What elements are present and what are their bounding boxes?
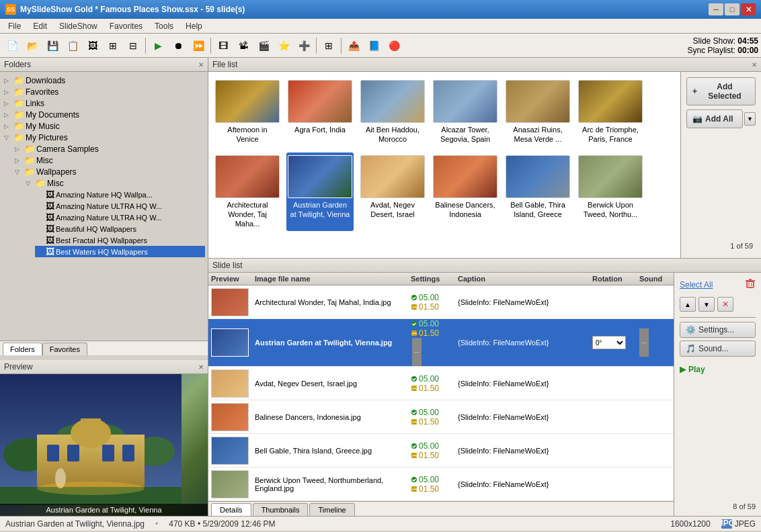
settings-more-button[interactable]: ···	[412, 338, 422, 366]
folders-tree[interactable]: ▷ 📁 Downloads ▷ 📁 Favorites ▷ 📁 Links ▷ …	[0, 72, 208, 341]
tree-item-mymusic[interactable]: ▷ 📁 My Music	[3, 120, 205, 132]
slide-list-page-indicator: 8 of 59	[680, 502, 756, 511]
file-item-agra[interactable]: Agra Fort, India	[286, 77, 354, 147]
add-all-dropdown[interactable]: ▼	[744, 112, 756, 126]
tab-timeline[interactable]: Timeline	[309, 503, 354, 516]
sound-more-button[interactable]: ···	[639, 328, 649, 357]
row-caption: {SlideInfo: FileNameWoExt}	[455, 339, 590, 347]
toolbar-btn5[interactable]: 🖼	[83, 36, 102, 55]
slide-row-avdat[interactable]: Avdat, Negev Desert, Israel.jpg 05.00	[208, 367, 674, 400]
tab-details[interactable]: Details	[211, 503, 251, 516]
slide-row-bell[interactable]: Bell Gable, Thira Island, Greece.jpg 05.…	[208, 434, 674, 468]
save-button[interactable]: 💾	[43, 36, 62, 55]
tree-item-amazingnature3[interactable]: 🖼 Amazing Nature ULTRA HQ W...	[35, 212, 205, 223]
move-down-button[interactable]: ▼	[698, 297, 715, 312]
toolbar-btn18[interactable]: 📘	[364, 36, 383, 55]
row-preview	[208, 327, 252, 358]
slide-row-austrian[interactable]: Austrian Garden at Twilight, Vienna.jpg …	[208, 319, 674, 367]
tab-thumbnails[interactable]: Thumbnails	[253, 503, 309, 516]
toolbar-btn12[interactable]: 📽	[234, 36, 253, 55]
menu-edit[interactable]: Edit	[28, 20, 52, 32]
toolbar-btn17[interactable]: 📤	[344, 36, 363, 55]
file-thumbnail	[288, 80, 352, 123]
play-slideshow-button[interactable]: ▶ Play	[680, 365, 756, 374]
row-settings: 05.00 01.50	[408, 293, 455, 312]
add-buttons-sidebar: + Add Selected 📷 Add All ▼ 1 of 59	[680, 72, 761, 258]
tree-item-favorites[interactable]: ▷ 📁 Favorites	[3, 86, 205, 97]
delete-icon[interactable]	[745, 278, 756, 292]
add-all-button[interactable]: 📷 Add All	[686, 109, 743, 128]
toolbar-btn4[interactable]: 📋	[63, 36, 82, 55]
toolbar-btn15[interactable]: ➕	[294, 36, 313, 55]
slide-row-balinese[interactable]: Balinese Dancers, Indonesia.jpg 05.00	[208, 400, 674, 434]
toolbar-btn16[interactable]: ⊞	[319, 36, 338, 55]
slide-row-architectural[interactable]: Architectural Wonder, Taj Mahal, India.j…	[208, 285, 674, 319]
tree-item-mydocuments[interactable]: ▷ 📁 My Documents	[3, 109, 205, 120]
file-item-berwick[interactable]: Berwick Upon Tweed, Northu...	[577, 152, 644, 232]
tree-item-beautiful[interactable]: 🖼 Beautiful HQ Wallpapers	[35, 223, 205, 234]
minimize-button[interactable]: ─	[709, 3, 723, 15]
tree-item-bestwaters[interactable]: 🖼 Best Waters HQ Wallpapers	[35, 246, 205, 257]
file-thumbnail	[215, 80, 280, 123]
file-item-aitben[interactable]: Ait Ben Haddou, Morocco	[359, 77, 426, 147]
play-button[interactable]: ▶	[149, 36, 167, 55]
tree-item-misc[interactable]: ▷ 📁 Misc	[13, 154, 205, 166]
tree-item-amazingnature2[interactable]: 🖼 Amazing Nature ULTRA HQ W...	[35, 200, 205, 212]
file-item-balinese[interactable]: Balinese Dancers, Indonesia	[432, 152, 499, 232]
toolbar-btn14[interactable]: ⭐	[274, 36, 293, 55]
open-button[interactable]: 📂	[23, 36, 42, 55]
file-item-bell[interactable]: Bell Gable, Thira Island, Greece	[504, 152, 571, 232]
rotation-select[interactable]: 0° 90° 180° 270°	[592, 336, 626, 349]
toolbar-btn6[interactable]: ⊞	[104, 36, 122, 55]
toolbar-btn19[interactable]: 🔴	[385, 36, 403, 55]
toolbar-btn7[interactable]: ⊟	[124, 36, 143, 55]
maximize-button[interactable]: □	[725, 3, 739, 15]
slide-row-berwick[interactable]: Berwick Upon Tweed, Northumberland, Engl…	[208, 468, 674, 501]
new-button[interactable]: 📄	[3, 36, 22, 55]
file-item-austrian[interactable]: Austrian Garden at Twilight, Vienna	[286, 152, 354, 232]
menu-help[interactable]: Help	[180, 20, 208, 32]
row-settings: 05.00 01.50 ···	[408, 319, 455, 366]
file-item-anasazi[interactable]: Anasazi Ruins, Mesa Verde ...	[504, 77, 571, 147]
sound-button[interactable]: 🎵 Sound...	[680, 341, 756, 357]
menu-file[interactable]: File	[3, 20, 26, 32]
toolbar-btn10[interactable]: ⏩	[189, 36, 208, 55]
tree-item-wallpapers[interactable]: ▽ 📁 Wallpapers	[13, 166, 205, 177]
folders-header: Folders ✕	[0, 58, 208, 72]
settings-button[interactable]: ⚙️ Settings...	[680, 322, 756, 338]
file-list-close-button[interactable]: ✕	[752, 61, 757, 69]
tree-item-bestfractal[interactable]: 🖼 Best Fractal HQ Wallpapers	[35, 234, 205, 246]
file-item-arc[interactable]: Arc de Triomphe, Paris, France	[577, 77, 644, 147]
tree-item-amazingnature1[interactable]: 🖼 Amazing Nature HQ Wallpa...	[35, 189, 205, 200]
menu-favorites[interactable]: Favorites	[104, 20, 148, 32]
tree-item-downloads[interactable]: ▷ 📁 Downloads	[3, 75, 205, 86]
preview-close-button[interactable]: ✕	[198, 363, 204, 371]
tree-item-mypictures[interactable]: ▽ 📁 My Pictures	[3, 132, 205, 143]
file-item-alcazar[interactable]: Alcazar Tower, Segovia, Spain	[432, 77, 499, 147]
tab-favorites[interactable]: Favorites	[42, 343, 87, 355]
remove-button[interactable]: ✕	[717, 297, 733, 312]
menu-tools[interactable]: Tools	[149, 20, 179, 32]
row-settings: 05.00 01.50	[408, 475, 455, 494]
toolbar-btn9[interactable]: ⏺	[169, 36, 188, 55]
tab-folders[interactable]: Folders	[3, 343, 42, 355]
row-rotation: 0° 90° 180° 270°	[590, 336, 637, 349]
move-up-button[interactable]: ▲	[680, 297, 696, 312]
folders-close-button[interactable]: ✕	[198, 61, 204, 69]
wallpapers-children: ▽ 📁 Misc 🖼 Amazing Nature HQ Wallpa...	[13, 177, 205, 257]
tree-item-links[interactable]: ▷ 📁 Links	[3, 97, 205, 109]
file-item-avdat[interactable]: Avdat, Negev Desert, Israel	[359, 152, 426, 232]
file-name: Architectural Wonder, Taj Maha...	[216, 200, 278, 229]
file-item-afternoon[interactable]: Afternoon in Venice	[214, 77, 281, 147]
main-panels: Folders ✕ ▷ 📁 Downloads ▷ 📁 Favorites ▷ …	[0, 58, 761, 516]
toolbar-btn11[interactable]: 🎞	[214, 36, 233, 55]
toolbar-btn13[interactable]: 🎬	[254, 36, 273, 55]
tree-item-camerasamples[interactable]: ▷ 📁 Camera Samples	[13, 143, 205, 154]
close-button[interactable]: ✕	[741, 3, 756, 15]
add-selected-button[interactable]: + Add Selected	[686, 77, 756, 105]
file-list-section: File list ✕ Afternoon in Venice Agra For…	[208, 58, 761, 259]
menu-slideshow[interactable]: SlideShow	[54, 20, 103, 32]
tree-item-misc2[interactable]: ▽ 📁 Misc	[24, 177, 205, 189]
select-all-button[interactable]: Select All	[680, 280, 713, 290]
file-item-architectural[interactable]: Architectural Wonder, Taj Maha...	[214, 152, 281, 232]
